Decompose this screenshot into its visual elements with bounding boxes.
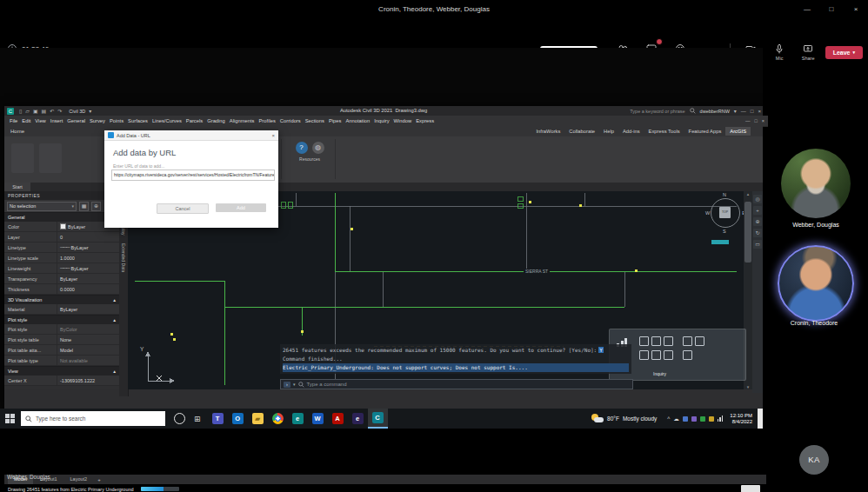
dialog-close-icon[interactable]: ×	[271, 133, 275, 138]
taskbar-app-outlook[interactable]: O	[228, 409, 248, 429]
minimize-button[interactable]: —	[795, 0, 819, 19]
doc-restore-button[interactable]: □	[754, 118, 757, 123]
app-minimize-button[interactable]: —	[741, 109, 746, 114]
menu-item[interactable]: Alignments	[230, 118, 255, 123]
section-view[interactable]: View▴	[4, 366, 119, 376]
compass-north[interactable]: N	[723, 192, 726, 197]
url-input[interactable]: https://citymaps.riversideca.gov/server/…	[111, 170, 275, 181]
add-button[interactable]: Add	[216, 203, 266, 212]
ribbon-tab[interactable]: Express Tools	[644, 127, 684, 136]
close-button[interactable]: ×	[844, 0, 868, 19]
new-file-icon[interactable]: ▯	[19, 108, 22, 114]
open-file-icon[interactable]: ▱	[25, 108, 30, 114]
taskbar-clock[interactable]: 12:10 PM 8/4/2022	[730, 413, 752, 425]
chevron-down-icon[interactable]: ▾	[293, 382, 296, 387]
section-general[interactable]: General▴	[4, 212, 119, 222]
menu-item[interactable]: Express	[416, 118, 434, 123]
taskbar-app-teams[interactable]: T	[208, 409, 228, 429]
participant-video-webber[interactable]	[781, 149, 851, 218]
cortana-icon[interactable]	[174, 413, 185, 424]
cancel-button[interactable]: Cancel	[157, 203, 209, 214]
mic-button[interactable]: Mic	[768, 40, 791, 64]
section-plot-style[interactable]: Plot style▴	[4, 315, 119, 324]
print-icon[interactable]: ▤	[42, 108, 47, 114]
tray-app-icon[interactable]	[683, 416, 688, 422]
palette-icon[interactable]	[639, 350, 649, 360]
taskbar-app-edge[interactable]: e	[288, 409, 308, 429]
ribbon-tab[interactable]: ArcGIS	[725, 127, 751, 136]
palette-icon[interactable]	[683, 350, 692, 360]
doc-minimize-button[interactable]: —	[745, 118, 751, 123]
palette-tab[interactable]: Extended Data	[121, 243, 126, 272]
menu-item[interactable]: Window	[394, 118, 412, 123]
keyword-search-input[interactable]: Type a keyword or phrase	[630, 109, 684, 114]
search-icon[interactable]	[690, 108, 696, 114]
menu-item[interactable]: Insert	[50, 118, 63, 123]
share-button[interactable]: Share	[797, 40, 820, 64]
palette-icon[interactable]	[695, 336, 704, 346]
menu-item[interactable]: View	[35, 118, 45, 123]
undo-icon[interactable]: ↶	[50, 108, 54, 114]
menu-item[interactable]: Survey	[90, 118, 105, 123]
menu-item[interactable]: Annotation	[345, 118, 370, 123]
nav-pan-icon[interactable]: +	[753, 206, 762, 215]
nav-motion-icon[interactable]: ▭	[753, 240, 762, 249]
taskbar-app-civil3d[interactable]: C	[368, 409, 388, 429]
taskbar-app-chrome[interactable]	[268, 409, 288, 429]
app-restore-button[interactable]: □	[751, 109, 754, 114]
taskbar-app-acrobat[interactable]: A	[328, 409, 348, 429]
scroll-down-icon[interactable]: ▾	[747, 384, 750, 389]
tab-layout2[interactable]: Layout2	[64, 475, 94, 484]
menu-item[interactable]: Parcels	[186, 118, 203, 123]
menu-item[interactable]: Lines/Curves	[152, 118, 182, 123]
taskbar-search[interactable]: Type here to search	[21, 411, 165, 426]
civil3d-app-icon[interactable]: C	[7, 108, 14, 115]
maximize-button[interactable]: □	[819, 0, 844, 19]
tray-app-icon[interactable]	[709, 416, 714, 422]
menu-item[interactable]: Inquiry	[374, 118, 389, 123]
menu-item[interactable]: Points	[110, 118, 124, 123]
palette-icon[interactable]	[651, 350, 661, 360]
task-view-icon[interactable]: ⊞	[194, 415, 201, 423]
tray-app-icon[interactable]	[700, 416, 705, 422]
dialog-titlebar[interactable]: Add Data - URL ×	[104, 130, 278, 141]
app-close-button[interactable]: ×	[758, 109, 761, 114]
menu-item[interactable]: Sections	[305, 118, 324, 123]
tab-start[interactable]: Start	[4, 183, 30, 191]
ribbon-tab-home[interactable]: Home	[4, 129, 30, 134]
viewcube-top-face[interactable]: TOP	[719, 207, 731, 218]
ribbon-tab[interactable]: Featured Apps	[684, 127, 726, 136]
ribbon-tab[interactable]: InfraWorks	[531, 127, 564, 136]
menu-item[interactable]: Pipes	[329, 118, 342, 123]
save-icon[interactable]: ▣	[33, 108, 38, 114]
chevron-down-icon[interactable]: ▾	[89, 108, 91, 114]
ribbon-tab[interactable]: Collaborate	[564, 127, 599, 136]
compass-west[interactable]: W	[705, 210, 710, 216]
taskbar-weather[interactable]: 80°F Mostly cloudy	[591, 414, 657, 423]
nav-orbit-icon[interactable]: ↻	[753, 229, 762, 237]
globe-icon[interactable]: ◍	[312, 142, 324, 154]
menu-item[interactable]: General	[67, 118, 85, 123]
palette-icon[interactable]	[683, 336, 692, 346]
leave-button[interactable]: Leave ▾	[825, 46, 863, 59]
search-icon[interactable]	[298, 382, 304, 388]
onedrive-icon[interactable]: ☁	[673, 416, 679, 422]
pick-add-icon[interactable]: ⊕	[91, 202, 101, 211]
doc-close-button[interactable]: ×	[762, 118, 765, 123]
compass-south[interactable]: S	[723, 229, 726, 234]
nav-wheel-icon[interactable]: ◎	[753, 195, 762, 203]
palette-icon[interactable]	[664, 350, 673, 360]
scrollbar-thumb[interactable]	[744, 202, 751, 263]
start-button[interactable]	[0, 414, 19, 423]
show-hidden-icons-icon[interactable]: ^	[667, 416, 670, 422]
command-input-bar[interactable]: › ▾ Type a command	[280, 379, 633, 389]
palette-icon[interactable]	[639, 336, 649, 346]
chevron-down-icon[interactable]: ▾	[734, 108, 737, 114]
menu-item[interactable]: Grading	[207, 118, 225, 123]
help-icon[interactable]: ?	[296, 142, 308, 154]
menu-item[interactable]: File	[10, 118, 17, 123]
taskbar-app-word[interactable]: W	[308, 409, 328, 429]
ribbon-tab[interactable]: Help	[599, 127, 618, 136]
section-3d-visualization[interactable]: 3D Visualization▴	[4, 295, 119, 304]
menu-item[interactable]: Corridors	[280, 118, 301, 123]
